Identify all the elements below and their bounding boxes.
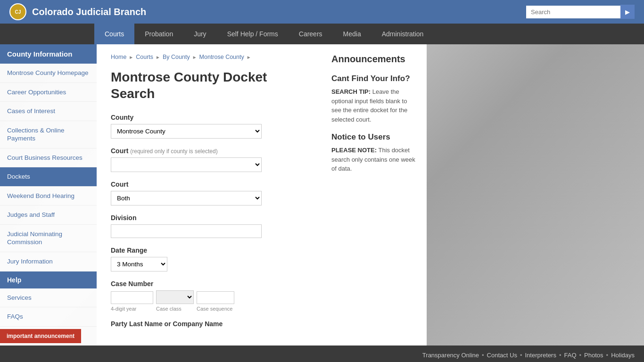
county-label: County [111,114,309,121]
date-range-select[interactable]: 3 Months 1 Month 6 Months 1 Year [111,257,167,272]
nav-item-jury[interactable]: Jury [183,24,216,44]
breadcrumb: Home ► Courts ► By County ► Montrose Cou… [111,54,309,60]
court-both-form-group: Court Both District Court County Court [111,181,309,206]
case-number-form-group: Case Number 4-digit year CR CV DR JV [111,280,309,312]
main-content: Home ► Courts ► By County ► Montrose Cou… [97,44,323,346]
nav-bar: Courts Probation Jury Self Help / Forms … [0,24,644,44]
footer-contact[interactable]: Contact Us [487,352,517,359]
case-class-col: CR CV DR JV TR Case class [156,290,194,312]
party-name-form-group: Party Last Name or Company Name [111,320,309,328]
logo-text: CJ [15,9,21,15]
breadcrumb-by-county[interactable]: By County [163,54,190,60]
sidebar-item-collections-payments[interactable]: Collections & Online Payments [0,121,97,148]
breadcrumb-montrose-county[interactable]: Montrose County [199,54,244,60]
footer-faq[interactable]: FAQ [564,352,577,359]
sidebar-county-info-header: County Information [0,44,97,64]
sidebar-item-judicial-nominating[interactable]: Judicial Nominating Commission [0,225,97,252]
search-bar: ▶ [526,5,635,19]
division-form-group: Division [111,214,309,238]
county-form-group: County Montrose County Adams County Arap… [111,114,309,139]
announcements-title: Announcements [331,54,418,65]
division-input[interactable] [111,224,262,238]
case-class-sublabel: Case class [156,306,194,312]
case-number-label: Case Number [111,280,309,288]
party-name-label: Party Last Name or Company Name [111,320,309,328]
nav-item-administration[interactable]: Administration [372,24,434,44]
search-tip-label: SEARCH TIP: [331,88,371,95]
footer-sep-2: • [520,352,522,359]
breadcrumb-sep-2: ► [156,55,160,60]
right-panel: Announcements Cant Find Your Info? SEARC… [323,44,427,346]
logo-icon: CJ [9,3,26,20]
sidebar-help-header: Help [0,272,97,288]
footer-holidays[interactable]: Holidays [611,352,635,359]
top-header: CJ Colorado Judicial Branch ▶ [0,0,644,24]
nav-item-media[interactable]: Media [333,24,372,44]
sidebar-item-judges-and-staff[interactable]: Judges and Staff [0,206,97,225]
date-range-form-group: Date Range 3 Months 1 Month 6 Months 1 Y… [111,247,309,272]
date-range-label: Date Range [111,247,309,254]
court-required-select[interactable]: District Court County Court [111,157,262,172]
court-required-form-group: Court (required only if county is select… [111,147,309,172]
breadcrumb-sep-4: ► [247,55,251,60]
content-area: Home ► Courts ► By County ► Montrose Cou… [97,44,644,346]
main-wrapper: County Information Montrose County Homep… [0,44,644,346]
search-input[interactable] [526,6,620,18]
breadcrumb-sep-1: ► [129,55,133,60]
sidebar: County Information Montrose County Homep… [0,44,97,346]
footer: Transparency Online • Contact Us • Inter… [0,346,644,362]
footer-interpreters[interactable]: Interpreters [525,352,556,359]
footer-sep-1: • [482,352,484,359]
footer-sep-5: • [606,352,609,359]
search-button[interactable]: ▶ [620,5,635,19]
sidebar-item-dockets[interactable]: Dockets [0,167,97,187]
search-tip-text: SEARCH TIP: Leave the optional input fie… [331,87,418,124]
sidebar-item-montrose-homepage[interactable]: Montrose County Homepage [0,64,97,83]
footer-photos[interactable]: Photos [584,352,603,359]
please-note-label: PLEASE NOTE: [331,147,377,154]
sidebar-item-cases-of-interest[interactable]: Cases of Interest [0,102,97,121]
important-announcement-bar[interactable]: important announcement [0,329,81,343]
sidebar-item-court-business-resources[interactable]: Court Business Resources [0,148,97,168]
breadcrumb-home[interactable]: Home [111,54,126,60]
nav-item-careers[interactable]: Careers [289,24,333,44]
footer-transparency[interactable]: Transparency Online [422,352,479,359]
site-title: Colorado Judicial Branch [32,7,146,17]
case-seq-sublabel: Case sequence [197,306,234,312]
sidebar-item-services[interactable]: Services [0,288,97,308]
logo-area: CJ Colorado Judicial Branch [9,3,146,20]
case-year-sublabel: 4-digit year [111,306,153,312]
footer-sep-3: • [559,352,561,359]
case-year-col: 4-digit year [111,291,153,312]
court-sublabel: (required only if county is selected) [130,148,217,155]
case-class-select[interactable]: CR CV DR JV TR [156,290,194,304]
sidebar-item-career-opportunities[interactable]: Career Opportunities [0,83,97,102]
court-required-label: Court (required only if county is select… [111,147,309,155]
breadcrumb-sep-3: ► [192,55,197,60]
court-both-select[interactable]: Both District Court County Court [111,191,262,206]
notice-to-users-title: Notice to Users [331,132,418,142]
breadcrumb-courts[interactable]: Courts [136,54,153,60]
case-seq-col: Case sequence [197,291,234,312]
footer-sep-4: • [579,352,582,359]
case-number-row: 4-digit year CR CV DR JV TR Case class [111,290,309,312]
nav-item-probation[interactable]: Probation [134,24,183,44]
court-both-label: Court [111,181,309,188]
sidebar-item-faqs[interactable]: FAQs [0,307,97,327]
please-note-text: PLEASE NOTE: This docket search only con… [331,146,418,173]
sidebar-item-jury-information[interactable]: Jury Information [0,252,97,272]
cant-find-title: Cant Find Your Info? [331,74,418,83]
page-title: Montrose County Docket Search [111,69,309,102]
county-select[interactable]: Montrose County Adams County Arapahoe Co… [111,124,262,139]
division-label: Division [111,214,309,222]
nav-item-courts[interactable]: Courts [94,24,134,44]
sidebar-item-weekend-bond-hearing[interactable]: Weekend Bond Hearing [0,187,97,206]
case-seq-input[interactable] [197,291,234,304]
nav-item-selfhelp[interactable]: Self Help / Forms [217,24,289,44]
case-year-input[interactable] [111,291,153,304]
